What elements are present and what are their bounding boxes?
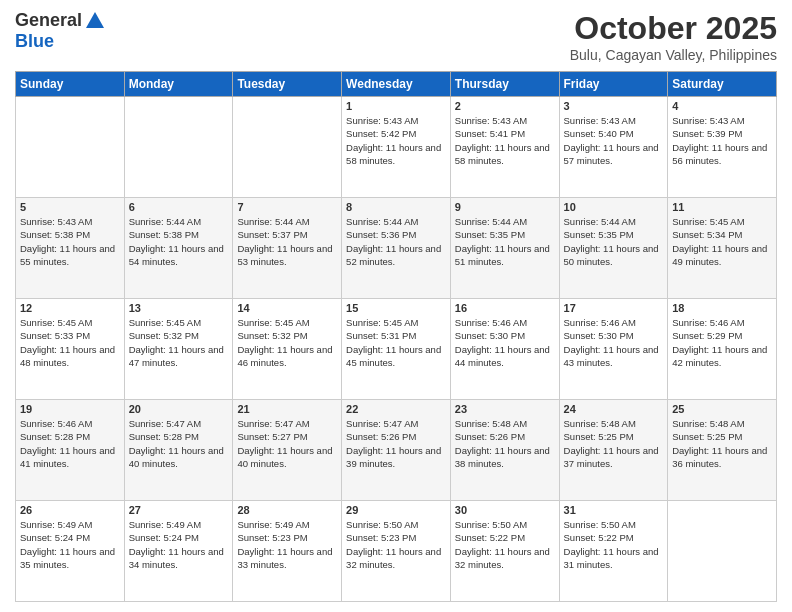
weekday-header-thursday: Thursday	[450, 72, 559, 97]
calendar-cell: 31Sunrise: 5:50 AMSunset: 5:22 PMDayligh…	[559, 501, 668, 602]
calendar-cell	[233, 97, 342, 198]
daylight-text: Daylight: 11 hours and 48 minutes.	[20, 344, 115, 368]
sunset-text: Sunset: 5:38 PM	[129, 229, 199, 240]
sunset-text: Sunset: 5:28 PM	[20, 431, 90, 442]
day-number: 3	[564, 100, 664, 112]
daylight-text: Daylight: 11 hours and 32 minutes.	[346, 546, 441, 570]
day-info: Sunrise: 5:45 AMSunset: 5:33 PMDaylight:…	[20, 316, 120, 369]
day-number: 29	[346, 504, 446, 516]
day-number: 13	[129, 302, 229, 314]
sunrise-text: Sunrise: 5:44 AM	[237, 216, 309, 227]
calendar-cell	[16, 97, 125, 198]
daylight-text: Daylight: 11 hours and 40 minutes.	[129, 445, 224, 469]
sunrise-text: Sunrise: 5:44 AM	[129, 216, 201, 227]
calendar-cell: 27Sunrise: 5:49 AMSunset: 5:24 PMDayligh…	[124, 501, 233, 602]
day-number: 7	[237, 201, 337, 213]
calendar-cell: 24Sunrise: 5:48 AMSunset: 5:25 PMDayligh…	[559, 400, 668, 501]
daylight-text: Daylight: 11 hours and 42 minutes.	[672, 344, 767, 368]
calendar-cell: 23Sunrise: 5:48 AMSunset: 5:26 PMDayligh…	[450, 400, 559, 501]
sunset-text: Sunset: 5:23 PM	[237, 532, 307, 543]
calendar-cell: 7Sunrise: 5:44 AMSunset: 5:37 PMDaylight…	[233, 198, 342, 299]
day-info: Sunrise: 5:49 AMSunset: 5:24 PMDaylight:…	[129, 518, 229, 571]
day-info: Sunrise: 5:47 AMSunset: 5:28 PMDaylight:…	[129, 417, 229, 470]
calendar-cell: 1Sunrise: 5:43 AMSunset: 5:42 PMDaylight…	[342, 97, 451, 198]
sunrise-text: Sunrise: 5:49 AM	[237, 519, 309, 530]
calendar-cell: 20Sunrise: 5:47 AMSunset: 5:28 PMDayligh…	[124, 400, 233, 501]
sunset-text: Sunset: 5:38 PM	[20, 229, 90, 240]
sunrise-text: Sunrise: 5:44 AM	[346, 216, 418, 227]
day-number: 2	[455, 100, 555, 112]
daylight-text: Daylight: 11 hours and 44 minutes.	[455, 344, 550, 368]
day-info: Sunrise: 5:44 AMSunset: 5:35 PMDaylight:…	[564, 215, 664, 268]
daylight-text: Daylight: 11 hours and 31 minutes.	[564, 546, 659, 570]
day-info: Sunrise: 5:46 AMSunset: 5:29 PMDaylight:…	[672, 316, 772, 369]
day-info: Sunrise: 5:45 AMSunset: 5:32 PMDaylight:…	[129, 316, 229, 369]
daylight-text: Daylight: 11 hours and 46 minutes.	[237, 344, 332, 368]
sunrise-text: Sunrise: 5:49 AM	[20, 519, 92, 530]
logo-icon	[84, 10, 106, 32]
sunrise-text: Sunrise: 5:47 AM	[129, 418, 201, 429]
daylight-text: Daylight: 11 hours and 58 minutes.	[346, 142, 441, 166]
sunset-text: Sunset: 5:26 PM	[455, 431, 525, 442]
sunrise-text: Sunrise: 5:45 AM	[672, 216, 744, 227]
daylight-text: Daylight: 11 hours and 51 minutes.	[455, 243, 550, 267]
sunset-text: Sunset: 5:23 PM	[346, 532, 416, 543]
day-info: Sunrise: 5:45 AMSunset: 5:31 PMDaylight:…	[346, 316, 446, 369]
day-number: 23	[455, 403, 555, 415]
day-info: Sunrise: 5:46 AMSunset: 5:28 PMDaylight:…	[20, 417, 120, 470]
weekday-header-sunday: Sunday	[16, 72, 125, 97]
daylight-text: Daylight: 11 hours and 57 minutes.	[564, 142, 659, 166]
sunset-text: Sunset: 5:34 PM	[672, 229, 742, 240]
logo: General Blue	[15, 10, 106, 52]
sunrise-text: Sunrise: 5:43 AM	[346, 115, 418, 126]
calendar-page: General Blue October 2025 Bulu, Cagayan …	[0, 0, 792, 612]
day-number: 21	[237, 403, 337, 415]
day-info: Sunrise: 5:44 AMSunset: 5:37 PMDaylight:…	[237, 215, 337, 268]
day-number: 19	[20, 403, 120, 415]
daylight-text: Daylight: 11 hours and 53 minutes.	[237, 243, 332, 267]
sunrise-text: Sunrise: 5:46 AM	[20, 418, 92, 429]
sunset-text: Sunset: 5:28 PM	[129, 431, 199, 442]
day-number: 22	[346, 403, 446, 415]
daylight-text: Daylight: 11 hours and 37 minutes.	[564, 445, 659, 469]
svg-marker-0	[86, 12, 104, 28]
calendar-cell: 28Sunrise: 5:49 AMSunset: 5:23 PMDayligh…	[233, 501, 342, 602]
sunrise-text: Sunrise: 5:50 AM	[564, 519, 636, 530]
sunrise-text: Sunrise: 5:45 AM	[346, 317, 418, 328]
day-number: 12	[20, 302, 120, 314]
day-number: 14	[237, 302, 337, 314]
calendar-cell: 2Sunrise: 5:43 AMSunset: 5:41 PMDaylight…	[450, 97, 559, 198]
month-title: October 2025	[570, 10, 777, 47]
day-info: Sunrise: 5:43 AMSunset: 5:42 PMDaylight:…	[346, 114, 446, 167]
day-number: 11	[672, 201, 772, 213]
sunrise-text: Sunrise: 5:47 AM	[237, 418, 309, 429]
day-number: 18	[672, 302, 772, 314]
day-number: 27	[129, 504, 229, 516]
calendar-cell: 3Sunrise: 5:43 AMSunset: 5:40 PMDaylight…	[559, 97, 668, 198]
sunset-text: Sunset: 5:32 PM	[129, 330, 199, 341]
sunset-text: Sunset: 5:36 PM	[346, 229, 416, 240]
daylight-text: Daylight: 11 hours and 33 minutes.	[237, 546, 332, 570]
weekday-header-row: SundayMondayTuesdayWednesdayThursdayFrid…	[16, 72, 777, 97]
calendar-cell: 14Sunrise: 5:45 AMSunset: 5:32 PMDayligh…	[233, 299, 342, 400]
daylight-text: Daylight: 11 hours and 36 minutes.	[672, 445, 767, 469]
weekday-header-wednesday: Wednesday	[342, 72, 451, 97]
sunset-text: Sunset: 5:41 PM	[455, 128, 525, 139]
sunrise-text: Sunrise: 5:43 AM	[564, 115, 636, 126]
day-number: 17	[564, 302, 664, 314]
sunset-text: Sunset: 5:24 PM	[20, 532, 90, 543]
day-number: 16	[455, 302, 555, 314]
day-number: 4	[672, 100, 772, 112]
sunset-text: Sunset: 5:35 PM	[564, 229, 634, 240]
daylight-text: Daylight: 11 hours and 55 minutes.	[20, 243, 115, 267]
daylight-text: Daylight: 11 hours and 39 minutes.	[346, 445, 441, 469]
day-number: 6	[129, 201, 229, 213]
sunrise-text: Sunrise: 5:44 AM	[564, 216, 636, 227]
sunset-text: Sunset: 5:22 PM	[564, 532, 634, 543]
day-info: Sunrise: 5:43 AMSunset: 5:38 PMDaylight:…	[20, 215, 120, 268]
sunrise-text: Sunrise: 5:48 AM	[455, 418, 527, 429]
weekday-header-friday: Friday	[559, 72, 668, 97]
day-info: Sunrise: 5:48 AMSunset: 5:25 PMDaylight:…	[564, 417, 664, 470]
sunset-text: Sunset: 5:30 PM	[564, 330, 634, 341]
sunset-text: Sunset: 5:22 PM	[455, 532, 525, 543]
